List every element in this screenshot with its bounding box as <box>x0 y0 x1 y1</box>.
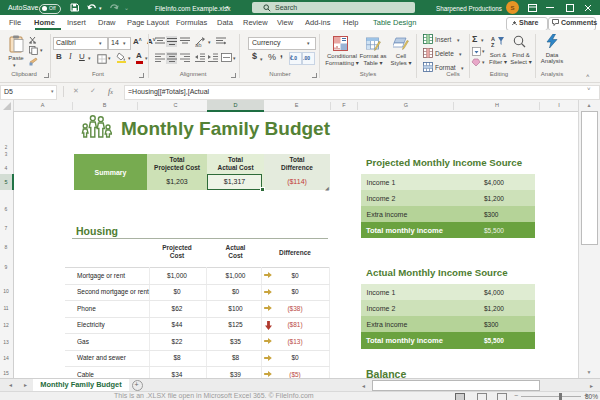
svg-text:Z: Z <box>491 42 495 48</box>
svg-text:ab: ab <box>195 42 202 48</box>
